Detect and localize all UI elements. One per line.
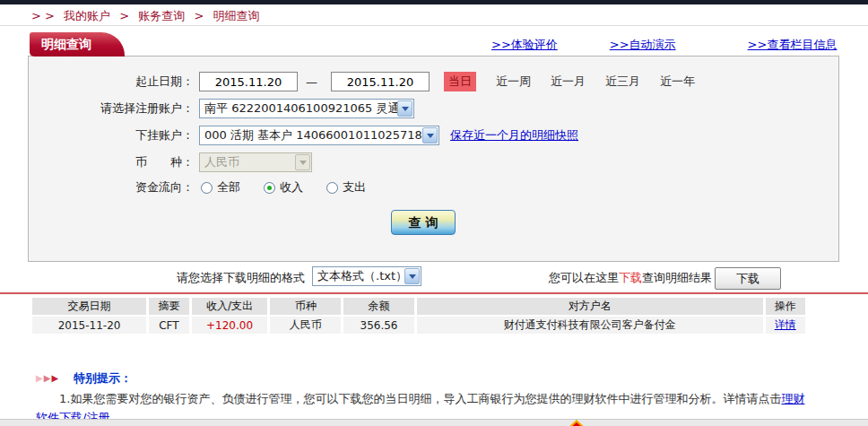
col-action: 操作: [766, 298, 805, 315]
radio-all-label[interactable]: 全部: [217, 179, 240, 196]
breadcrumb-item-my-account[interactable]: 我的账户: [64, 9, 110, 22]
download-button[interactable]: 下载: [715, 267, 781, 290]
date-range-row: 起止日期： — 当日 近一周 近一月 近三月 近一年: [29, 72, 838, 91]
quick-range-month[interactable]: 近一月: [551, 74, 586, 90]
date-range-label: 起止日期：: [29, 74, 194, 90]
query-form-panel: 起止日期： — 当日 近一周 近一月 近三月 近一年 请选择注册账户： 南平 6…: [28, 56, 839, 262]
chevron-down-icon[interactable]: [404, 268, 420, 284]
col-date: 交易日期: [32, 298, 146, 315]
radio-income[interactable]: [264, 182, 275, 194]
sub-account-row: 下挂账户： 000 活期 基本户 1406600101102571848 保存近…: [29, 126, 838, 145]
cell-summary: CFT: [149, 317, 188, 334]
sub-account-label: 下挂账户：: [29, 127, 194, 143]
download-hint-prefix: 您可以在这里: [549, 271, 619, 284]
radio-income-label[interactable]: 收入: [280, 179, 303, 196]
table-row: 2015-11-20 CFT +120.00 人民币 356.56 财付通支付科…: [32, 317, 805, 334]
currency-select-disabled: 人民币: [199, 152, 312, 172]
horizontal-divider: [0, 25, 868, 26]
auto-demo-link[interactable]: >>自动演示: [610, 37, 676, 53]
currency-row: 币 种： 人民币: [29, 152, 838, 172]
date-dash: —: [306, 75, 317, 89]
col-currency: 币种: [270, 298, 341, 315]
breadcrumb-separator: >: [194, 9, 204, 22]
fund-flow-label: 资金流向：: [29, 179, 194, 196]
currency-value: 人民币: [204, 154, 239, 170]
download-format-label: 请您选择下载明细的格式: [177, 270, 305, 286]
special-notice-title: ▶▶▶ 特别提示：: [36, 370, 132, 387]
column-info-link[interactable]: >>查看栏目信息: [748, 37, 838, 53]
breadcrumb-separator: >: [119, 9, 129, 22]
transaction-table: 交易日期 摘要 收入/支出 币种 余额 对方户名 操作 2015-11-20 C…: [30, 296, 808, 335]
register-account-value: 南平 6222001406100921065 灵通卡: [204, 100, 397, 117]
breadcrumb-item-detail-query[interactable]: 明细查询: [213, 9, 259, 22]
radio-expense-label[interactable]: 支出: [343, 179, 366, 196]
download-format-value: 文本格式（.txt）: [317, 268, 404, 284]
quick-range-quarter[interactable]: 近三月: [605, 74, 640, 90]
top-dark-bar: [0, 0, 868, 4]
breadcrumb-arrows: > >: [31, 9, 55, 22]
sub-account-select[interactable]: 000 活期 基本户 1406600101102571848: [199, 126, 439, 145]
cell-currency: 人民币: [270, 317, 341, 334]
col-amount: 收入/支出: [192, 298, 268, 315]
quick-range-today[interactable]: 当日: [444, 72, 476, 91]
sub-account-value: 000 活期 基本户 1406600101102571848: [204, 127, 422, 143]
cell-date: 2015-11-20: [32, 317, 146, 334]
quick-range-year[interactable]: 近一年: [660, 74, 695, 90]
red-divider: [0, 292, 868, 294]
top-links: >>体验评价 >>自动演示 >>查看栏目信息: [491, 37, 814, 53]
register-account-select[interactable]: 南平 6222001406100921065 灵通卡: [199, 99, 414, 118]
chevron-down-icon: [295, 154, 310, 170]
register-account-label: 请选择注册账户：: [29, 100, 194, 117]
quick-range-week[interactable]: 近一周: [496, 74, 531, 90]
scroll-top-icon[interactable]: [569, 422, 585, 426]
chevron-down-icon[interactable]: [397, 100, 412, 117]
download-hint-suffix: 查询明细结果: [642, 271, 712, 284]
cell-counterparty: 财付通支付科技有限公司客户备付金: [417, 317, 763, 334]
page-title-tab: 明细查询: [30, 32, 125, 57]
col-balance: 余额: [343, 298, 414, 315]
footer-bar: [0, 419, 868, 426]
breadcrumb: > > 我的账户 > 账务查询 > 明细查询: [31, 8, 265, 24]
download-hint: 您可以在这里下载查询明细结果: [549, 270, 712, 286]
chevron-down-icon[interactable]: [422, 127, 438, 143]
date-from-input[interactable]: [199, 72, 298, 91]
download-format-select[interactable]: 文本格式（.txt）: [312, 266, 421, 286]
col-summary: 摘要: [149, 298, 188, 315]
snapshot-link[interactable]: 保存近一个月的明细快照: [450, 127, 578, 143]
radio-all[interactable]: [201, 182, 213, 194]
radio-expense[interactable]: [326, 182, 338, 194]
download-hint-highlight: 下载: [619, 271, 642, 284]
special-notice-label: 特别提示：: [74, 370, 132, 387]
table-header-row: 交易日期 摘要 收入/支出 币种 余额 对方户名 操作: [32, 298, 805, 315]
cell-balance: 356.56: [343, 317, 414, 334]
col-counterparty: 对方户名: [417, 298, 763, 315]
register-account-row: 请选择注册账户： 南平 6222001406100921065 灵通卡: [29, 99, 838, 118]
currency-label: 币 种：: [29, 154, 194, 170]
detail-link[interactable]: 详情: [775, 318, 796, 331]
breadcrumb-item-account-query[interactable]: 账务查询: [138, 9, 185, 22]
date-to-input[interactable]: [331, 72, 430, 91]
cell-action: 详情: [766, 317, 805, 334]
notice-text: 1.如果您需要对您的银行资产、负债进行管理，您可以下载您的当日明细，导入工商银行…: [59, 392, 781, 405]
triple-arrow-icon: ▶▶▶: [36, 374, 59, 383]
fund-flow-radio-group: 全部 收入 支出: [201, 179, 389, 196]
cell-amount: +120.00: [192, 317, 268, 334]
fund-flow-row: 资金流向： 全部 收入 支出: [29, 178, 838, 197]
experience-review-link[interactable]: >>体验评价: [491, 37, 558, 53]
query-button[interactable]: 查 询: [391, 210, 456, 235]
